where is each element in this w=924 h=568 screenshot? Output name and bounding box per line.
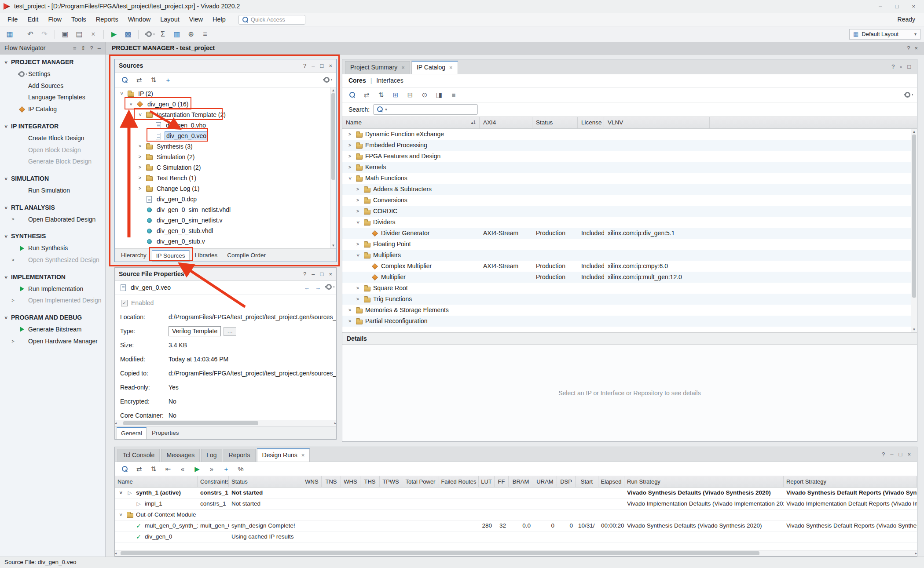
column-header-bram[interactable]: BRAM: [509, 476, 533, 487]
tab-tcl-console[interactable]: Tcl Console: [117, 449, 160, 462]
tree-item[interactable]: >div_gen_0.vho: [115, 120, 336, 131]
maximize-icon[interactable]: □: [895, 3, 899, 10]
tree-item[interactable]: >div_gen_0.veo: [115, 131, 336, 141]
catalog-row[interactable]: >Trig Functions: [342, 294, 917, 305]
wrench-icon[interactable]: ⊙: [420, 90, 429, 100]
tab-cores[interactable]: Cores: [348, 77, 366, 84]
menu-edit[interactable]: Edit: [22, 14, 43, 25]
tab-ip-catalog[interactable]: IP Catalog×: [411, 61, 458, 74]
close-icon[interactable]: ×: [401, 64, 405, 71]
tab-compile-order[interactable]: Compile Order: [223, 250, 270, 262]
collapse-all-icon[interactable]: ⇄: [135, 464, 143, 474]
flow-section-header-synthesis[interactable]: >SYNTHESIS: [0, 230, 105, 242]
flow-item-open-elaborated-design[interactable]: >Open Elaborated Design: [0, 214, 105, 226]
minimize-icon[interactable]: –: [879, 3, 882, 10]
collapse-all-icon[interactable]: ⇄: [362, 90, 371, 100]
chevron-right-icon[interactable]: >: [137, 175, 143, 181]
run-icon[interactable]: ▶: [193, 464, 202, 474]
tree-item[interactable]: >div_gen_0_sim_netlist.vhdl: [115, 204, 336, 215]
tree-item[interactable]: >Change Log (1): [115, 183, 336, 194]
chevron-down-icon[interactable]: >: [347, 175, 352, 182]
help-icon[interactable]: ?: [303, 271, 306, 278]
copy-icon[interactable]: ▣: [59, 29, 71, 40]
flow-section-header-program-and-debug[interactable]: >PROGRAM AND DEBUG: [0, 312, 105, 324]
menu-layout[interactable]: Layout: [155, 14, 184, 25]
help-icon[interactable]: ?: [891, 63, 895, 70]
chevron-right-icon[interactable]: >: [355, 285, 361, 291]
column-header-dsp[interactable]: DSP: [557, 476, 576, 487]
flow-section-header-project-manager[interactable]: >PROJECT MANAGER: [0, 56, 105, 68]
chevron-right-icon[interactable]: >: [355, 241, 361, 247]
maximize-icon[interactable]: □: [899, 451, 902, 458]
group-icon[interactable]: ⊟: [406, 90, 414, 100]
chevron-down-icon[interactable]: >: [117, 490, 123, 496]
scroll-down-icon[interactable]: ▼: [332, 243, 335, 248]
flow-item-open-synthesized-design[interactable]: >Open Synthesized Design: [0, 254, 105, 266]
catalog-row[interactable]: >Conversions: [342, 195, 917, 206]
menu-file[interactable]: File: [3, 14, 22, 25]
tree-item[interactable]: >Test Bench (1): [115, 173, 336, 183]
catalog-row[interactable]: >Adders & Subtracters: [342, 184, 917, 195]
tree-item[interactable]: >div_gen_0.dcp: [115, 194, 336, 204]
chevron-right-icon[interactable]: >: [347, 142, 353, 148]
column-header-ff[interactable]: FF: [495, 476, 509, 487]
layout-select[interactable]: ▦ Default Layout ▾: [849, 29, 920, 40]
tab-interfaces[interactable]: Interfaces: [376, 77, 403, 84]
chevron-down-icon[interactable]: >: [137, 112, 143, 118]
column-header-whs[interactable]: WHS: [341, 476, 360, 487]
chevron-right-icon[interactable]: >: [347, 131, 353, 137]
column-header-vlnv[interactable]: VLNV: [604, 117, 710, 128]
close-icon[interactable]: ×: [301, 452, 305, 459]
expand-all-icon[interactable]: ⇅: [377, 90, 385, 100]
type-select[interactable]: Verilog Template: [169, 326, 221, 336]
flow-item-open-hardware-manager[interactable]: >Open Hardware Manager: [0, 335, 105, 347]
chevron-right-icon[interactable]: >: [137, 186, 143, 191]
column-header-name[interactable]: Name: [115, 476, 198, 487]
flow-section-header-simulation[interactable]: >SIMULATION: [0, 173, 105, 185]
flow-item-settings[interactable]: Settings: [0, 68, 105, 80]
tab-ip-sources[interactable]: IP Sources: [152, 250, 190, 262]
flow-item-open-block-design[interactable]: Open Block Design: [0, 144, 105, 156]
catalog-row[interactable]: >Floating Point: [342, 239, 917, 250]
tree-item[interactable]: >div_gen_0_sim_netlist.v: [115, 215, 336, 226]
tab-hierarchy[interactable]: Hierarchy: [117, 250, 151, 262]
chevron-down-icon[interactable]: >: [355, 252, 360, 259]
tree-item[interactable]: >IP (2): [115, 88, 336, 99]
close-icon[interactable]: ×: [329, 62, 332, 69]
catalog-search-input[interactable]: ▾: [373, 104, 478, 115]
tab-design-runs[interactable]: Design Runs×: [257, 448, 310, 462]
close-icon[interactable]: ×: [907, 451, 911, 458]
minimize-icon[interactable]: –: [312, 62, 315, 69]
run-row[interactable]: >✓div_gen_0Using cached IP results: [115, 532, 917, 543]
catalog-row[interactable]: >Multipliers: [342, 250, 917, 261]
catalog-row[interactable]: >Divider GeneratorAXI4-StreamProductionI…: [342, 228, 917, 239]
column-header-elapsed[interactable]: Elapsed: [598, 476, 624, 487]
more-button[interactable]: …: [224, 327, 236, 336]
add-icon[interactable]: +: [222, 464, 231, 474]
dashboard-icon[interactable]: ▩: [122, 29, 134, 40]
scrollbar-thumb[interactable]: [331, 93, 335, 180]
tab-project-summary[interactable]: Project Summary×: [345, 61, 410, 74]
back-icon[interactable]: ←: [304, 284, 310, 291]
chevron-down-icon[interactable]: >: [117, 512, 123, 518]
flow-section-header-ip-integrator[interactable]: >IP INTEGRATOR: [0, 120, 105, 132]
menu-flow[interactable]: Flow: [43, 14, 66, 25]
expand-all-icon[interactable]: ⇅: [149, 464, 158, 474]
expand-all-icon[interactable]: ⇅: [149, 75, 158, 85]
step-forward-icon[interactable]: »: [207, 464, 216, 474]
tree-item[interactable]: >div_gen_0 (16): [115, 99, 336, 109]
close-icon[interactable]: ×: [912, 3, 915, 10]
scroll-right-icon[interactable]: ▸: [915, 550, 917, 556]
tree-item[interactable]: >Instantiation Template (2): [115, 109, 336, 120]
catalog-row[interactable]: >Kernels: [342, 162, 917, 173]
search-icon[interactable]: [348, 90, 356, 100]
catalog-row[interactable]: >Complex MultiplierAXI4-StreamProduction…: [342, 261, 917, 272]
step-back-icon[interactable]: «: [178, 464, 187, 474]
run-row[interactable]: >✓mult_gen_0_synth_1mult_gen_0synth_desi…: [115, 521, 917, 532]
column-header-axi4[interactable]: AXI4: [480, 117, 532, 128]
catalog-row[interactable]: >Square Root: [342, 283, 917, 294]
flow-item-language-templates[interactable]: Language Templates: [0, 91, 105, 103]
column-header-tpws[interactable]: TPWS: [380, 476, 402, 487]
float-icon[interactable]: ▫: [900, 63, 902, 70]
scroll-up-icon[interactable]: ▲: [913, 129, 916, 135]
